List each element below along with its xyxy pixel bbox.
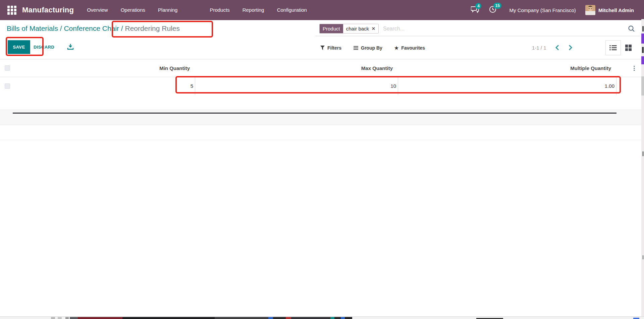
kanban-view-button[interactable] [621, 40, 636, 55]
column-header-max-quantity[interactable]: Max Quantity [195, 65, 398, 71]
column-header-min-quantity[interactable]: Min Quantity [20, 65, 195, 71]
sliver-fragment [51, 317, 55, 319]
apps-grid-icon[interactable] [7, 6, 16, 15]
systray: 4 15 My Company (San Francisco) [471, 5, 639, 15]
user-avatar[interactable] [585, 5, 595, 15]
sliver-fragment [633, 318, 639, 319]
favourites-button[interactable]: ★ Favourites [394, 45, 425, 51]
header-settings-cell: ⋮ [616, 65, 641, 71]
row-checkbox[interactable] [5, 83, 10, 89]
max-quantity-cell[interactable]: 10 [195, 77, 398, 95]
pager-previous-button[interactable] [555, 45, 559, 51]
sliver-fragment [641, 34, 644, 44]
search-facet: Product chair back ✕ [319, 24, 379, 34]
multiple-quantity-cell[interactable]: 1.00 [398, 77, 616, 95]
sliver-scrollbar-thumb[interactable] [641, 76, 644, 95]
bottom-window-sliver [0, 316, 644, 319]
pager: 1-1 / 1 [532, 41, 573, 55]
chevron-left-icon [555, 45, 559, 51]
min-quantity-cell[interactable]: 5 [20, 77, 195, 95]
menu-reporting[interactable]: Reporting [236, 0, 271, 20]
sliver-fragment [58, 317, 62, 319]
reordering-rules-list: Min Quantity Max Quantity Multiple Quant… [0, 59, 641, 140]
facet-remove-icon[interactable]: ✕ [372, 24, 375, 33]
filters-button[interactable]: Filters [320, 45, 341, 51]
sliver-fragment [642, 151, 644, 156]
facet-value-text: chair back [346, 24, 369, 33]
breadcrumb-bills-of-materials[interactable]: Bills of Materials [7, 24, 58, 32]
search-icon[interactable] [628, 25, 635, 33]
sliver-fragment [268, 317, 273, 319]
sliver-fragment [273, 317, 286, 319]
filter-bar: Filters Group By ★ Favourites [320, 41, 425, 55]
table-header-row: Min Quantity Max Quantity Multiple Quant… [0, 59, 641, 77]
breadcrumb-current: Reordering Rules [125, 24, 180, 32]
sliver-fragment [641, 56, 644, 64]
company-switcher[interactable]: My Company (San Francisco) [509, 7, 576, 13]
group-by-label: Group By [361, 45, 382, 51]
filters-label: Filters [327, 45, 341, 51]
chevron-right-icon [568, 45, 573, 51]
messages-badge: 4 [475, 3, 481, 9]
table-row: 5 10 1.00 [0, 77, 641, 95]
sliver-fragment [330, 317, 334, 319]
pager-next-button[interactable] [568, 45, 573, 51]
save-button[interactable]: SAVE [8, 40, 30, 54]
list-view-button[interactable] [605, 40, 621, 55]
sliver-fragment [215, 317, 268, 319]
export-button[interactable] [67, 44, 74, 51]
sliver-fragment [65, 317, 69, 319]
sliver-fragment [286, 317, 291, 319]
discard-button[interactable]: DISCARD [34, 40, 54, 54]
download-icon [67, 44, 74, 50]
app-name[interactable]: Manufacturing [22, 6, 74, 14]
facet-value: chair back ✕ [343, 24, 378, 33]
activities-badge: 15 [493, 3, 501, 9]
top-navbar: Manufacturing Overview Operations Planni… [0, 0, 644, 20]
activities-icon[interactable]: 15 [489, 6, 496, 14]
right-window-sliver [641, 19, 644, 319]
sliver-fragment [334, 317, 341, 319]
favourites-label: Favourites [401, 45, 425, 51]
list-view-icon [609, 45, 617, 51]
star-icon: ★ [394, 46, 399, 50]
menu-products[interactable]: Products [203, 0, 236, 20]
empty-row [0, 110, 641, 125]
facet-category-label: Product [320, 24, 343, 33]
user-menu[interactable]: Mitchell Admin [598, 7, 634, 13]
breadcrumb-conference-chair[interactable]: Conference Chair [64, 24, 119, 32]
edited-row-underline [13, 113, 616, 114]
menu-configuration[interactable]: Configuration [271, 0, 313, 20]
menu-operations[interactable]: Operations [114, 0, 152, 20]
kanban-view-icon [625, 45, 632, 51]
search-bar: Product chair back ✕ [315, 21, 640, 36]
menu-planning[interactable]: Planning [152, 0, 184, 20]
sliver-fragment [341, 317, 345, 319]
sliver-fragment [70, 317, 78, 319]
group-by-bars-icon [354, 46, 358, 50]
control-panel: Bills of Materials / Conference Chair / … [0, 20, 641, 59]
row-checkbox-cell [0, 83, 20, 89]
group-by-button[interactable]: Group By [354, 45, 382, 51]
screen: Manufacturing Overview Operations Planni… [0, 0, 644, 319]
sliver-fragment [642, 26, 644, 31]
sliver-fragment [642, 47, 644, 53]
optional-columns-icon[interactable]: ⋮ [631, 65, 637, 71]
breadcrumb: Bills of Materials / Conference Chair / … [7, 24, 180, 33]
search-input[interactable] [379, 26, 628, 32]
sliver-fragment [642, 255, 644, 259]
sliver-fragment [345, 317, 352, 319]
breadcrumb-separator: / [58, 24, 64, 32]
filter-funnel-icon [320, 46, 325, 50]
select-all-checkbox[interactable] [5, 65, 10, 71]
sliver-fragment [291, 317, 330, 319]
view-switcher [605, 40, 636, 55]
sliver-fragment [78, 317, 122, 319]
messages-icon[interactable]: 4 [471, 6, 479, 14]
empty-row [0, 125, 641, 140]
menu-overview[interactable]: Overview [80, 0, 114, 20]
app-menu: Overview Operations Planning Products Re… [80, 0, 313, 20]
column-header-multiple-quantity[interactable]: Multiple Quantity [398, 65, 616, 71]
pager-range: 1-1 / 1 [532, 45, 546, 51]
breadcrumb-separator: / [119, 24, 125, 32]
